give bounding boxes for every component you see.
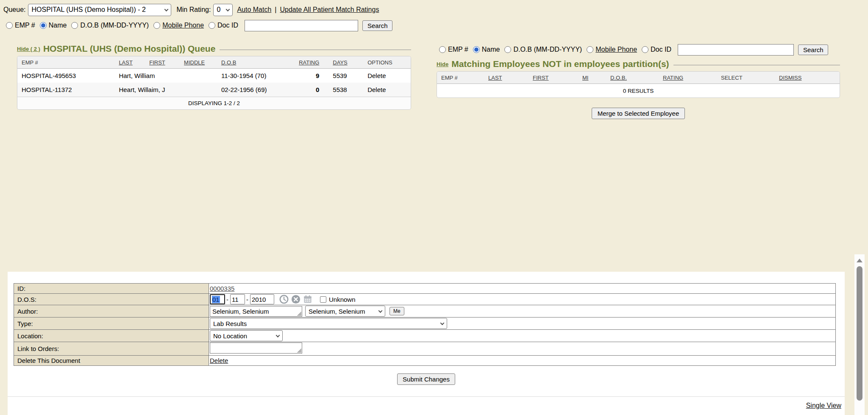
radio-label: Doc ID bbox=[217, 22, 238, 29]
column-dob-sort[interactable]: D.O.B bbox=[217, 56, 291, 69]
column-first-sort[interactable]: FIRST bbox=[529, 72, 578, 84]
form-row-delete: Delete This Document Delete bbox=[14, 356, 836, 366]
radio-label: Name bbox=[49, 22, 67, 29]
radio-mobile-phone[interactable]: Mobile Phone bbox=[587, 46, 637, 53]
displaying-count: DISPLAYING 1-2 / 2 bbox=[17, 97, 411, 109]
cell-emp-number: HOSPITAL-11372 bbox=[17, 83, 114, 97]
merge-row: Merge to Selected Employee bbox=[437, 108, 840, 119]
author-select[interactable]: Selenium, Selenium bbox=[305, 306, 385, 317]
match-table: EMP # LAST FIRST MI D.O.B. RATING SELECT… bbox=[437, 71, 840, 98]
single-view-link[interactable]: Single View bbox=[806, 402, 841, 409]
hide-queue-link[interactable]: Hide ( 2 ) bbox=[17, 46, 40, 52]
column-rating-sort[interactable]: RATING bbox=[291, 56, 328, 69]
radio-doc-id[interactable]: Doc ID bbox=[642, 46, 671, 53]
radio-icon[interactable] bbox=[209, 22, 215, 29]
radio-icon[interactable] bbox=[153, 22, 160, 29]
column-middle-sort[interactable]: MIDDLE bbox=[180, 56, 217, 69]
min-rating-select[interactable]: 0 bbox=[213, 4, 233, 16]
delete-document-link[interactable]: Delete bbox=[210, 357, 228, 364]
chevron-down-icon bbox=[378, 309, 383, 313]
search-input[interactable] bbox=[678, 44, 794, 56]
cell-name: Hart, William bbox=[114, 69, 217, 83]
submit-changes-button[interactable]: Submit Changes bbox=[397, 373, 455, 385]
legend-divider bbox=[220, 50, 411, 50]
id-label: ID: bbox=[14, 284, 209, 294]
radio-icon[interactable] bbox=[642, 46, 648, 53]
cell-rating: 9 bbox=[291, 69, 328, 83]
location-select[interactable]: No Location bbox=[210, 330, 283, 341]
cell-emp-number: HOSPITAL-495653 bbox=[17, 69, 114, 83]
search-button[interactable]: Search bbox=[362, 20, 393, 31]
author-label: Author: bbox=[14, 305, 209, 318]
match-search-bar: EMP # Name D.O.B (MM-DD-YYYY) Mobile Pho… bbox=[437, 44, 840, 56]
search-input[interactable] bbox=[245, 20, 358, 31]
date-separator: - bbox=[226, 296, 228, 303]
clear-date-icon[interactable] bbox=[291, 295, 300, 304]
hide-matches-link[interactable]: Hide bbox=[437, 61, 448, 67]
radio-icon[interactable] bbox=[439, 46, 446, 53]
radio-label: D.O.B (MM-DD-YYYY) bbox=[80, 22, 149, 29]
radio-name[interactable]: Name bbox=[40, 22, 67, 29]
radio-icon[interactable] bbox=[6, 22, 13, 29]
queue-select[interactable]: HOSPITAL (UHS (Demo Hospital)) - 2 bbox=[28, 4, 171, 16]
radio-name[interactable]: Name bbox=[473, 46, 500, 53]
radio-emp-number[interactable]: EMP # bbox=[6, 22, 35, 29]
column-mi-sort[interactable]: MI bbox=[578, 72, 606, 84]
chevron-down-icon bbox=[440, 321, 445, 325]
merge-button[interactable]: Merge to Selected Employee bbox=[592, 108, 685, 119]
column-first-sort[interactable]: FIRST bbox=[145, 56, 180, 69]
radio-icon[interactable] bbox=[71, 22, 78, 29]
document-type-select[interactable]: Lab Results bbox=[210, 318, 447, 329]
radio-icon[interactable] bbox=[504, 46, 511, 53]
chevron-down-icon bbox=[164, 7, 169, 11]
author-input[interactable]: Selenium, Selenium bbox=[210, 306, 302, 317]
clock-icon[interactable] bbox=[279, 295, 289, 304]
dos-year-input[interactable]: 2010 bbox=[250, 294, 274, 304]
cell-dob: 02-22-1956 (69) bbox=[217, 83, 291, 97]
hospital-queue-section: Hide ( 2 ) HOSPITAL (UHS (Demo Hospital)… bbox=[17, 44, 411, 110]
radio-emp-number[interactable]: EMP # bbox=[439, 46, 468, 53]
scrollbar-thumb[interactable] bbox=[857, 266, 862, 401]
radio-dob[interactable]: D.O.B (MM-DD-YYYY) bbox=[504, 46, 582, 53]
footer-divider bbox=[8, 396, 845, 397]
radio-dob[interactable]: D.O.B (MM-DD-YYYY) bbox=[71, 22, 149, 29]
column-rating-sort[interactable]: RATING bbox=[659, 72, 717, 84]
min-rating-label: Min Rating: bbox=[176, 6, 211, 14]
dos-month-input[interactable]: 01 bbox=[210, 294, 225, 304]
radio-icon[interactable] bbox=[473, 46, 480, 53]
table-row[interactable]: HOSPITAL-11372 Heart, Willaim, J 02-22-1… bbox=[17, 83, 411, 97]
delete-row-link[interactable]: Delete bbox=[363, 83, 411, 97]
dos-day-input[interactable]: 11 bbox=[230, 294, 245, 304]
column-dismiss-sort[interactable]: DISMISS bbox=[775, 72, 840, 84]
me-button[interactable]: Me bbox=[389, 307, 404, 315]
column-days-sort[interactable]: DAYS bbox=[328, 56, 363, 69]
column-dob-sort[interactable]: D.O.B. bbox=[606, 72, 659, 84]
calendar-icon[interactable] bbox=[303, 295, 312, 304]
radio-icon[interactable] bbox=[40, 22, 47, 29]
vertical-scrollbar[interactable] bbox=[854, 254, 865, 415]
dos-label: D.O.S: bbox=[14, 294, 209, 305]
link-to-orders-input[interactable] bbox=[210, 343, 302, 354]
unknown-label: Unknown bbox=[329, 296, 356, 303]
table-row[interactable]: HOSPITAL-495653 Hart, William 11-30-1954… bbox=[17, 69, 411, 83]
delete-row-link[interactable]: Delete bbox=[363, 69, 411, 83]
column-last-sort[interactable]: LAST bbox=[484, 72, 529, 84]
matching-employees-section: EMP # Name D.O.B (MM-DD-YYYY) Mobile Pho… bbox=[437, 44, 840, 119]
update-ratings-link[interactable]: Update All Patient Match Ratings bbox=[280, 6, 379, 14]
radio-mobile-phone[interactable]: Mobile Phone bbox=[153, 22, 204, 29]
cell-days: 5539 bbox=[328, 69, 363, 83]
patient-search-bar: EMP # Name D.O.B (MM-DD-YYYY) Mobile Pho… bbox=[6, 19, 392, 31]
search-button[interactable]: Search bbox=[798, 45, 829, 55]
scroll-up-arrow-icon[interactable] bbox=[857, 259, 862, 262]
queue-table-footer: DISPLAYING 1-2 / 2 bbox=[17, 97, 411, 109]
unknown-checkbox[interactable] bbox=[320, 296, 326, 303]
radio-label: Name bbox=[482, 46, 500, 53]
radio-icon[interactable] bbox=[587, 46, 593, 53]
column-last-sort[interactable]: LAST bbox=[114, 56, 145, 69]
radio-doc-id[interactable]: Doc ID bbox=[209, 22, 238, 29]
auto-match-link[interactable]: Auto Match bbox=[237, 6, 271, 14]
results-count: 0 RESULTS bbox=[437, 84, 840, 97]
unknown-date-option[interactable]: Unknown bbox=[320, 296, 356, 303]
submit-row: Submit Changes bbox=[8, 373, 845, 385]
document-id-link[interactable]: 0000335 bbox=[210, 285, 234, 292]
